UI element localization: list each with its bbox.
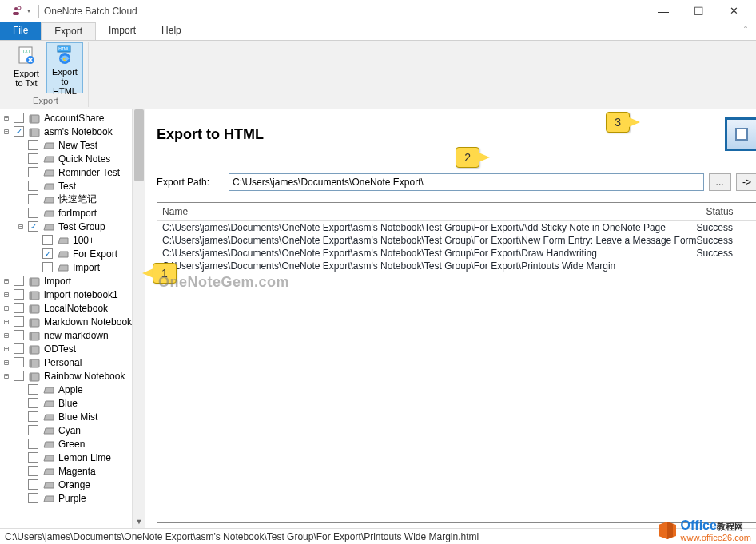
scroll-thumb[interactable]: [134, 109, 144, 181]
list-row[interactable]: C:\Users\james\Documents\OneNote Export\…: [157, 234, 756, 247]
tree-node[interactable]: Magenta: [0, 464, 132, 478]
list-header[interactable]: Name Status: [157, 203, 756, 221]
tree-node[interactable]: ⊟Rainbow Notebook: [0, 369, 132, 383]
expand-icon[interactable]: ⊞: [2, 317, 11, 326]
tree-node[interactable]: New Test: [0, 138, 132, 152]
expand-icon[interactable]: ⊞: [2, 304, 11, 312]
tree-label: ODTest: [42, 343, 76, 355]
tree-node[interactable]: Blue Mist: [0, 410, 132, 423]
title-divider: [38, 5, 39, 18]
checkbox[interactable]: [14, 276, 24, 286]
checkbox[interactable]: [28, 208, 38, 218]
checkbox[interactable]: [14, 289, 24, 300]
checkbox[interactable]: [42, 262, 53, 272]
run-stop-button[interactable]: [725, 117, 756, 151]
checkbox[interactable]: [28, 181, 38, 191]
expand-icon[interactable]: ⊞: [2, 331, 11, 340]
checkbox[interactable]: [28, 411, 38, 422]
tree-node[interactable]: Reminder Test: [0, 165, 132, 179]
expand-icon[interactable]: ⊟: [2, 371, 11, 380]
tree-node[interactable]: ⊞ODTest: [0, 342, 132, 355]
tree-node[interactable]: ⊟✓asm's Notebook: [0, 125, 132, 138]
checkbox[interactable]: [28, 398, 38, 408]
expand-icon[interactable]: ⊞: [2, 113, 11, 122]
tree-node[interactable]: Cyan: [0, 423, 132, 437]
tree-node[interactable]: ⊞LocalNotebook: [0, 301, 132, 315]
checkbox[interactable]: [14, 113, 24, 123]
expand-icon[interactable]: ⊞: [2, 344, 11, 353]
checkbox[interactable]: [28, 466, 38, 476]
tree-node[interactable]: ⊞new markdown: [0, 328, 132, 342]
tree-node[interactable]: ⊞Markdown Notebook: [0, 315, 132, 328]
tree-node[interactable]: ⊞Import: [0, 274, 132, 288]
tree-node[interactable]: 快速笔记: [0, 193, 132, 206]
expand-icon[interactable]: ⊟: [2, 127, 11, 136]
section-icon: [43, 223, 54, 231]
qat-dropdown-icon[interactable]: ▾: [27, 7, 30, 14]
tree-node[interactable]: ⊞Personal: [0, 355, 132, 369]
col-name[interactable]: Name: [157, 203, 702, 220]
minimize-button[interactable]: —: [646, 0, 681, 22]
checkbox[interactable]: [14, 330, 24, 340]
open-folder-button[interactable]: ->: [736, 173, 756, 191]
tab-export[interactable]: Export: [41, 22, 96, 40]
tree-node[interactable]: ⊟✓Test Group: [0, 220, 132, 233]
checkbox[interactable]: [28, 384, 38, 395]
tree-node[interactable]: Purple: [0, 491, 132, 505]
browse-button[interactable]: ...: [709, 173, 731, 191]
checkbox[interactable]: ✓: [28, 221, 38, 232]
close-button[interactable]: ✕: [716, 0, 751, 22]
checkbox[interactable]: [28, 153, 38, 164]
list-row[interactable]: C:\Users\james\Documents\OneNote Export\…: [157, 221, 756, 234]
checkbox[interactable]: [28, 479, 38, 490]
tree-node[interactable]: Import: [0, 260, 132, 274]
checkbox[interactable]: [14, 303, 24, 313]
ribbon-collapse-icon[interactable]: ˄: [735, 22, 756, 40]
tree-node[interactable]: forImport: [0, 206, 132, 220]
checkbox[interactable]: [28, 439, 38, 449]
tab-import[interactable]: Import: [96, 22, 149, 40]
checkbox[interactable]: [14, 371, 24, 381]
checkbox[interactable]: [28, 452, 38, 463]
tab-help[interactable]: Help: [149, 22, 194, 40]
scroll-down-icon[interactable]: ▼: [133, 515, 145, 528]
tree-node[interactable]: Test: [0, 179, 132, 193]
checkbox[interactable]: [28, 425, 38, 435]
list-row[interactable]: C:\Users\james\Documents\OneNote Export\…: [157, 247, 756, 260]
export-to-html-button[interactable]: HTMLe Export to HTML: [46, 42, 83, 93]
maximize-button[interactable]: ☐: [681, 0, 716, 22]
expand-icon[interactable]: ⊞: [2, 358, 11, 367]
checkbox[interactable]: [14, 343, 24, 354]
notebook-tree[interactable]: ⊞AccountShare⊟✓asm's NotebookNew TestQui…: [0, 109, 132, 528]
tree-node[interactable]: Blue: [0, 396, 132, 410]
tree-node[interactable]: ✓For Export: [0, 247, 132, 260]
title-bar: ▾ OneNote Batch Cloud — ☐ ✕: [0, 0, 756, 22]
expand-icon[interactable]: ⊞: [2, 276, 11, 285]
export-to-txt-button[interactable]: TXT Export to Txt: [8, 42, 45, 93]
tree-node[interactable]: ⊞import notebook1: [0, 288, 132, 301]
list-row[interactable]: C:\Users\james\Documents\OneNote Export\…: [157, 260, 756, 272]
tree-node[interactable]: Quick Notes: [0, 152, 132, 165]
expand-icon[interactable]: ⊞: [2, 290, 11, 299]
checkbox[interactable]: [28, 493, 38, 503]
checkbox[interactable]: [28, 194, 38, 204]
col-status[interactable]: Status: [702, 203, 756, 220]
tree-node[interactable]: Lemon Lime: [0, 451, 132, 464]
checkbox[interactable]: [42, 235, 53, 245]
tree-scrollbar[interactable]: ▲ ▼: [132, 109, 145, 528]
checkbox[interactable]: ✓: [14, 126, 24, 137]
tree-node[interactable]: ⊞AccountShare: [0, 111, 132, 125]
checkbox[interactable]: [14, 316, 24, 327]
checkbox[interactable]: [14, 357, 24, 367]
tree-node[interactable]: Orange: [0, 478, 132, 491]
export-path-input[interactable]: [229, 173, 704, 191]
checkbox[interactable]: ✓: [42, 248, 53, 259]
checkbox[interactable]: [28, 140, 38, 150]
tree-node[interactable]: Green: [0, 437, 132, 451]
list-body[interactable]: C:\Users\james\Documents\OneNote Export\…: [157, 221, 756, 522]
tab-file[interactable]: File: [0, 22, 41, 40]
tree-node[interactable]: 100+: [0, 233, 132, 247]
checkbox[interactable]: [28, 167, 38, 177]
expand-icon[interactable]: ⊟: [16, 222, 26, 231]
tree-node[interactable]: Apple: [0, 383, 132, 396]
